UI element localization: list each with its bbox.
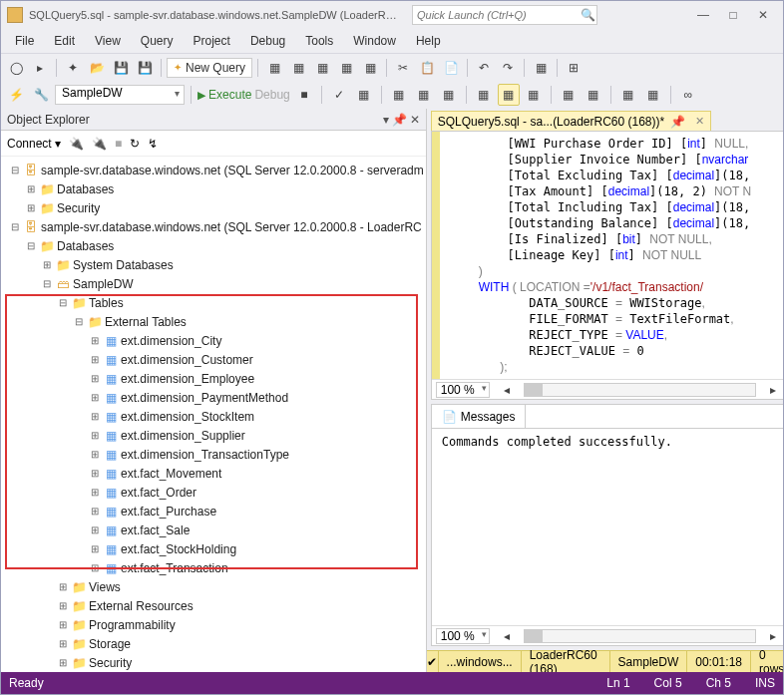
nav-back-button[interactable]: ◯ bbox=[5, 57, 27, 79]
disconnect-icon[interactable]: 🔌 bbox=[69, 137, 84, 151]
tree-twisty-icon[interactable]: ⊞ bbox=[39, 259, 55, 270]
tree-twisty-icon[interactable]: ⊞ bbox=[55, 619, 71, 630]
menu-window[interactable]: Window bbox=[345, 32, 404, 50]
tree-twisty-icon[interactable]: ⊞ bbox=[87, 487, 103, 498]
tb-icon[interactable]: ▦ bbox=[287, 57, 309, 79]
tree-twisty-icon[interactable]: ⊞ bbox=[87, 543, 103, 554]
filter-icon[interactable]: 🔌 bbox=[92, 137, 107, 151]
save-button[interactable]: 💾 bbox=[110, 57, 132, 79]
tb-icon[interactable]: ▦ bbox=[530, 57, 552, 79]
scroll-right-icon[interactable]: ▸ bbox=[762, 625, 784, 647]
tree-twisty-icon[interactable]: ⊟ bbox=[55, 297, 71, 308]
tree-twisty-icon[interactable]: ⊞ bbox=[23, 202, 39, 213]
external-table-node[interactable]: ⊞▦ext.fact_Transaction bbox=[3, 558, 424, 577]
external-table-node[interactable]: ⊞▦ext.dimension_Customer bbox=[3, 350, 424, 369]
tb-icon[interactable]: ▦ bbox=[413, 84, 435, 106]
menu-tools[interactable]: Tools bbox=[297, 32, 341, 50]
tree-twisty-icon[interactable]: ⊞ bbox=[87, 411, 103, 422]
tree-twisty-icon[interactable]: ⊞ bbox=[87, 354, 103, 365]
tb-icon[interactable]: ▦ bbox=[558, 84, 580, 106]
external-table-node[interactable]: ⊞▦ext.fact_Order bbox=[3, 483, 424, 502]
stop-icon[interactable]: ■ bbox=[115, 137, 122, 151]
external-table-node[interactable]: ⊞▦ext.fact_Sale bbox=[3, 521, 424, 539]
minimize-button[interactable]: — bbox=[689, 5, 717, 25]
tree-twisty-icon[interactable]: ⊞ bbox=[55, 638, 71, 649]
parse-button[interactable]: ✓ bbox=[328, 84, 350, 106]
close-button[interactable]: ✕ bbox=[749, 5, 777, 25]
tree-twisty-icon[interactable]: ⊞ bbox=[87, 524, 103, 535]
external-table-node[interactable]: ⊞▦ext.fact_Movement bbox=[3, 464, 424, 483]
external-table-node[interactable]: ⊞▦ext.dimension_PaymentMethod bbox=[3, 388, 424, 407]
server-node[interactable]: ⊟🗄sample-svr.database.windows.net (SQL S… bbox=[3, 217, 424, 236]
code-text[interactable]: [WWI Purchase Order ID] [int] NULL, [Sup… bbox=[432, 132, 784, 379]
tree-twisty-icon[interactable]: ⊞ bbox=[87, 373, 103, 384]
external-table-node[interactable]: ⊞▦ext.dimension_StockItem bbox=[3, 407, 424, 426]
tb-icon[interactable]: ▦ bbox=[353, 84, 375, 106]
tree-twisty-icon[interactable]: ⊞ bbox=[87, 468, 103, 479]
tb-icon[interactable]: ▦ bbox=[359, 57, 381, 79]
tree-twisty-icon[interactable]: ⊟ bbox=[7, 221, 23, 232]
tab-pin-icon[interactable]: 📌 bbox=[670, 115, 685, 129]
hscroll[interactable] bbox=[524, 629, 756, 643]
tb-icon[interactable]: ⚡ bbox=[5, 84, 27, 106]
execute-button[interactable]: ▶ Execute bbox=[197, 88, 251, 102]
scroll-left-icon[interactable]: ◂ bbox=[496, 379, 518, 401]
tree-twisty-icon[interactable]: ⊞ bbox=[87, 562, 103, 573]
menu-project[interactable]: Project bbox=[186, 32, 238, 50]
external-table-node[interactable]: ⊞▦ext.fact_Purchase bbox=[3, 502, 424, 521]
filter2-icon[interactable]: ↯ bbox=[148, 137, 158, 151]
object-explorer-tree[interactable]: ⊟🗄sample-svr.database.windows.net (SQL S… bbox=[1, 157, 426, 672]
new-item-button[interactable]: ✦ bbox=[62, 57, 84, 79]
open-button[interactable]: 📂 bbox=[86, 57, 108, 79]
tree-twisty-icon[interactable]: ⊟ bbox=[39, 278, 55, 289]
databases-node[interactable]: ⊞📁Databases bbox=[3, 179, 424, 198]
tree-twisty-icon[interactable]: ⊞ bbox=[55, 600, 71, 611]
debug-button[interactable]: Debug bbox=[254, 88, 289, 102]
hscroll[interactable] bbox=[524, 383, 756, 397]
tree-twisty-icon[interactable]: ⊞ bbox=[55, 581, 71, 592]
copy-button[interactable]: 📋 bbox=[416, 57, 438, 79]
menu-edit[interactable]: Edit bbox=[46, 32, 83, 50]
tb-icon[interactable]: ⊞ bbox=[563, 57, 585, 79]
menu-view[interactable]: View bbox=[87, 32, 129, 50]
tables-node[interactable]: ⊟📁Tables bbox=[3, 293, 424, 312]
maximize-button[interactable]: □ bbox=[719, 5, 747, 25]
dropdown-icon[interactable]: ▾ bbox=[383, 113, 389, 127]
messages-tab[interactable]: 📄 Messages bbox=[432, 405, 527, 428]
tree-twisty-icon[interactable]: ⊟ bbox=[71, 316, 87, 327]
system-databases-node[interactable]: ⊞📁System Databases bbox=[3, 255, 424, 274]
menu-debug[interactable]: Debug bbox=[242, 32, 293, 50]
views-node[interactable]: ⊞📁Views bbox=[3, 577, 424, 596]
menu-file[interactable]: File bbox=[7, 32, 42, 50]
save-all-button[interactable]: 💾 bbox=[134, 57, 156, 79]
tb-icon[interactable]: ▦ bbox=[617, 84, 639, 106]
tb-icon[interactable]: ▦ bbox=[583, 84, 604, 106]
menu-help[interactable]: Help bbox=[408, 32, 449, 50]
tree-twisty-icon[interactable]: ⊞ bbox=[87, 506, 103, 517]
cut-button[interactable]: ✂ bbox=[392, 57, 414, 79]
quick-launch[interactable]: 🔍 bbox=[412, 5, 597, 25]
tree-twisty-icon[interactable]: ⊞ bbox=[87, 392, 103, 403]
tb-icon[interactable]: ▦ bbox=[311, 57, 333, 79]
tree-twisty-icon[interactable]: ⊞ bbox=[87, 449, 103, 460]
zoom-combo[interactable]: 100 % bbox=[436, 628, 490, 644]
connect-button[interactable]: Connect ▾ bbox=[7, 137, 61, 151]
quick-launch-input[interactable] bbox=[413, 9, 581, 21]
external-tables-node[interactable]: ⊟📁External Tables bbox=[3, 312, 424, 331]
tree-twisty-icon[interactable]: ⊞ bbox=[23, 183, 39, 194]
menu-query[interactable]: Query bbox=[133, 32, 182, 50]
tree-twisty-icon[interactable]: ⊟ bbox=[7, 165, 23, 175]
tb-icon[interactable]: ▦ bbox=[498, 84, 520, 106]
tb-icon[interactable]: ∞ bbox=[677, 84, 699, 106]
security-node[interactable]: ⊞📁Security bbox=[3, 653, 424, 672]
external-table-node[interactable]: ⊞▦ext.dimension_TransactionType bbox=[3, 445, 424, 464]
nav-fwd-button[interactable]: ▸ bbox=[29, 57, 51, 79]
external-table-node[interactable]: ⊞▦ext.dimension_Employee bbox=[3, 369, 424, 388]
database-node[interactable]: ⊟🗃SampleDW bbox=[3, 274, 424, 293]
new-query-button[interactable]: New Query bbox=[167, 58, 252, 78]
tb-icon[interactable]: 🔧 bbox=[30, 84, 52, 106]
tb-icon[interactable]: ▦ bbox=[438, 84, 460, 106]
search-icon[interactable]: 🔍 bbox=[581, 8, 596, 22]
tab-close-icon[interactable]: ✕ bbox=[695, 115, 704, 128]
database-combo[interactable]: SampleDW bbox=[55, 85, 185, 105]
